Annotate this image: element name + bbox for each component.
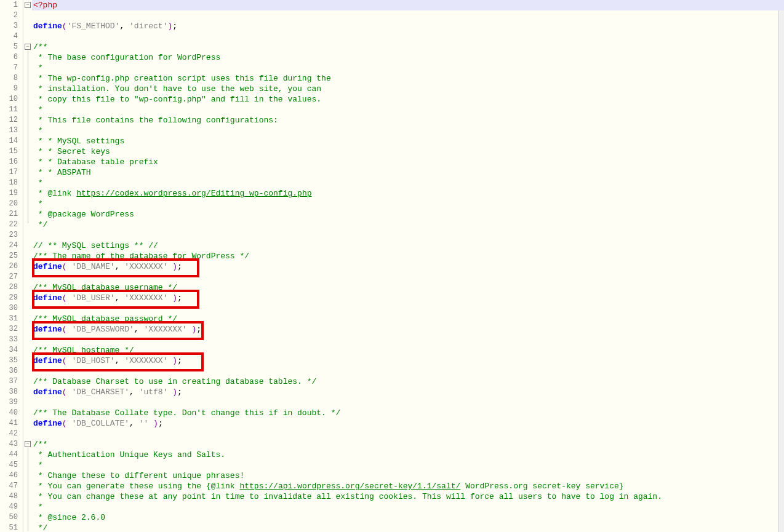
- code-line[interactable]: /**: [32, 42, 784, 52]
- token-str: 'DB_CHARSET': [71, 387, 129, 397]
- code-line[interactable]: define( 'DB_PASSWORD', 'XXXXXXX' );: [32, 324, 784, 335]
- token-kw: define: [33, 356, 62, 365]
- code-line[interactable]: // ** MySQL settings ** //: [32, 240, 784, 251]
- code-line[interactable]: *: [32, 125, 784, 136]
- token-cmt: * * ABSPATH: [33, 168, 91, 177]
- fold-toggle-icon[interactable]: −: [25, 2, 31, 8]
- token-cmt: * * Database table prefix: [33, 157, 158, 167]
- fold-toggle-icon[interactable]: −: [25, 441, 31, 447]
- code-line[interactable]: define( 'DB_COLLATE', '' );: [32, 418, 784, 429]
- code-line[interactable]: /** MySQL database password */: [32, 314, 784, 324]
- code-line[interactable]: * The base configuration for WordPress: [32, 52, 784, 63]
- code-line[interactable]: /** The name of the database for WordPre…: [32, 251, 784, 261]
- code-line[interactable]: /** Database Charset to use in creating …: [32, 376, 784, 387]
- token-str: 'DB_NAME': [71, 262, 114, 271]
- line-number: 44: [0, 450, 23, 460]
- code-line[interactable]: */: [32, 220, 784, 230]
- line-number: 4: [0, 31, 23, 42]
- code-line[interactable]: <?php: [32, 0, 784, 10]
- code-line[interactable]: * The wp-config.php creation script uses…: [32, 73, 784, 84]
- token-cmt: *: [33, 126, 43, 135]
- token-punc: ,: [115, 262, 125, 271]
- code-line[interactable]: define( 'DB_USER', 'XXXXXXX' );: [32, 293, 784, 303]
- token-paren: (: [62, 22, 67, 31]
- code-line[interactable]: * * Database table prefix: [32, 157, 784, 167]
- line-number: 13: [0, 125, 23, 136]
- token-paren: (: [62, 325, 72, 334]
- code-line[interactable]: define('FS_METHOD', 'direct');: [32, 21, 784, 31]
- line-number: 16: [0, 157, 23, 167]
- code-line[interactable]: /**: [32, 439, 784, 450]
- code-line[interactable]: * @link https://codex.wordpress.org/Edit…: [32, 188, 784, 199]
- code-line[interactable]: [32, 366, 784, 376]
- line-number: 25: [0, 251, 23, 261]
- token-cmt: *: [33, 502, 43, 512]
- token-cmt: * The base configuration for WordPress: [33, 53, 220, 62]
- line-number: 49: [0, 502, 23, 512]
- token-cmt: * * Secret keys: [33, 147, 110, 156]
- code-line[interactable]: /** MySQL hostname */: [32, 345, 784, 355]
- line-number: 18: [0, 178, 23, 188]
- code-area[interactable]: <?phpdefine('FS_METHOD', 'direct');/** *…: [32, 0, 784, 532]
- token-punc: ;: [177, 387, 182, 397]
- code-line[interactable]: [32, 272, 784, 282]
- line-number: 29: [0, 293, 23, 303]
- code-line[interactable]: /** MySQL database username */: [32, 282, 784, 293]
- code-line[interactable]: *: [32, 105, 784, 115]
- token-cmt: /**: [33, 42, 47, 52]
- code-line[interactable]: *: [32, 460, 784, 470]
- line-number: 41: [0, 418, 23, 429]
- code-line[interactable]: *: [32, 178, 784, 188]
- code-line[interactable]: * You can change these at any point in t…: [32, 491, 784, 502]
- code-line[interactable]: * @since 2.6.0: [32, 512, 784, 523]
- token-punc: ,: [115, 293, 125, 303]
- code-line[interactable]: * installation. You don't have to use th…: [32, 84, 784, 94]
- line-number: 15: [0, 146, 23, 157]
- code-line[interactable]: define( 'DB_HOST', 'XXXXXXX' );: [32, 355, 784, 366]
- token-cmt: */: [33, 523, 47, 532]
- code-line[interactable]: [32, 429, 784, 439]
- code-line[interactable]: * @package WordPress: [32, 209, 784, 220]
- line-number: 28: [0, 282, 23, 293]
- code-line[interactable]: * * MySQL settings: [32, 136, 784, 146]
- token-cmt: * You can generate these using the {@lin…: [33, 482, 239, 491]
- token-kw: define: [33, 419, 62, 428]
- code-line[interactable]: [32, 230, 784, 240]
- line-number: 9: [0, 84, 23, 94]
- token-cmt: * @package WordPress: [33, 210, 134, 219]
- code-line[interactable]: *: [32, 63, 784, 73]
- token-cmt: *: [33, 461, 43, 470]
- code-line[interactable]: *: [32, 502, 784, 512]
- code-line[interactable]: define( 'DB_NAME', 'XXXXXXX' );: [32, 261, 784, 272]
- line-number: 17: [0, 167, 23, 178]
- code-line[interactable]: [32, 303, 784, 314]
- line-number: 34: [0, 345, 23, 355]
- code-line[interactable]: [32, 10, 784, 21]
- token-cmt: * You can change these at any point in t…: [33, 492, 662, 501]
- code-line[interactable]: * You can generate these using the {@lin…: [32, 481, 784, 491]
- token-str: 'FS_METHOD': [67, 22, 120, 31]
- code-line[interactable]: [32, 335, 784, 345]
- code-line[interactable]: */: [32, 523, 784, 532]
- code-line[interactable]: [32, 397, 784, 408]
- token-kw: define: [33, 325, 62, 334]
- token-cmt: * This file contains the following confi…: [33, 116, 278, 125]
- fold-toggle-icon[interactable]: −: [25, 44, 31, 50]
- token-punc: ;: [196, 325, 201, 334]
- code-line[interactable]: *: [32, 199, 784, 209]
- token-paren: ): [148, 419, 158, 428]
- code-line[interactable]: [32, 31, 784, 42]
- code-line[interactable]: * Authentication Unique Keys and Salts.: [32, 450, 784, 460]
- code-line[interactable]: * * Secret keys: [32, 146, 784, 157]
- line-number: 50: [0, 512, 23, 523]
- code-line[interactable]: * This file contains the following confi…: [32, 115, 784, 125]
- token-str: 'DB_USER': [71, 293, 114, 303]
- token-str: 'XXXXXXX': [124, 262, 167, 271]
- line-number: 48: [0, 491, 23, 502]
- code-line[interactable]: * * ABSPATH: [32, 167, 784, 178]
- token-paren: (: [62, 262, 72, 271]
- code-line[interactable]: define( 'DB_CHARSET', 'utf8' );: [32, 387, 784, 397]
- code-line[interactable]: * Change these to different unique phras…: [32, 470, 784, 481]
- code-line[interactable]: /** The Database Collate type. Don't cha…: [32, 408, 784, 418]
- code-line[interactable]: * copy this file to "wp-config.php" and …: [32, 94, 784, 105]
